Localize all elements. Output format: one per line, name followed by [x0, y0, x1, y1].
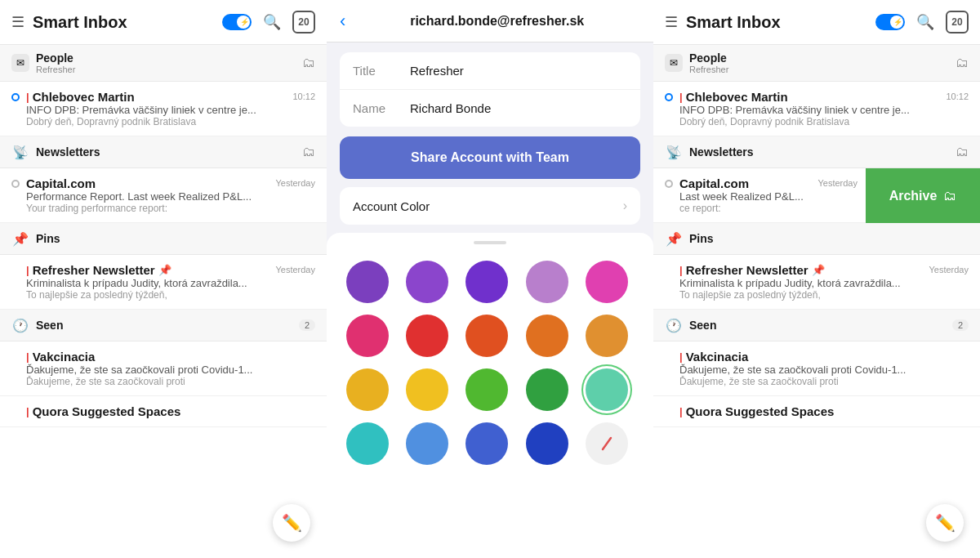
left-inbox-panel: ☰ Smart Inbox ⚡ 🔍 20 ✉ People Refresher … — [0, 0, 327, 558]
chevron-right-icon: › — [623, 199, 627, 213]
unread-indicator-cap-right — [665, 180, 673, 188]
mail-content-right: | Chlebovec Martin INFO DPB: Premávka vä… — [679, 90, 939, 127]
left-people-section[interactable]: ✉ People Refresher 🗂 — [0, 45, 327, 82]
mail-item-vakcinacia-right[interactable]: | Vakcinacia Ďakujeme, že ste sa zaočkov… — [653, 341, 980, 396]
right-newsletters-archive-icon[interactable]: 🗂 — [956, 145, 969, 159]
archive-action-icon: 🗂 — [943, 189, 956, 203]
search-icon-right[interactable]: 🔍 — [916, 13, 934, 31]
mail-sender: | Vakcinacia — [26, 350, 315, 364]
mail-sender-ref-right: | Refresher Newsletter 📌 — [679, 263, 922, 277]
right-pins-section[interactable]: 📌 Pins — [653, 223, 980, 255]
mail-preview-ref-right: To najlepšie za posledný týždeň, — [679, 289, 922, 301]
calendar-badge-right[interactable]: 20 — [946, 11, 969, 33]
search-icon[interactable]: 🔍 — [263, 13, 281, 31]
right-newsletters-section[interactable]: 📡 Newsletters 🗂 — [653, 136, 980, 168]
mail-subject-right: INFO DPB: Premávka väčšiny liniek v cent… — [679, 104, 939, 116]
mail-content: | Vakcinacia Ďakujeme, že ste sa zaočkov… — [26, 350, 315, 387]
color-dot-4[interactable] — [586, 261, 628, 303]
unread-indicator-right — [665, 93, 673, 101]
mail-subject: Ďakujeme, že ste sa zaočkovali proti Cov… — [26, 364, 315, 376]
color-dot-7[interactable] — [466, 315, 508, 357]
color-dot-0[interactable] — [346, 261, 389, 303]
calendar-badge[interactable]: 20 — [292, 11, 315, 33]
mail-subject-ref-right: Kriminalista k prípadu Judity, ktorá zav… — [679, 277, 922, 289]
mail-time: Yesterday — [275, 178, 315, 188]
color-dot-17[interactable] — [466, 422, 508, 465]
color-dot-3[interactable] — [526, 261, 568, 303]
mail-item-vakcinacia-left[interactable]: | Vakcinacia Ďakujeme, že ste sa zaočkov… — [0, 341, 327, 396]
right-people-section[interactable]: ✉ People Refresher 🗂 — [653, 45, 980, 82]
color-dot-9[interactable] — [586, 315, 628, 357]
mail-sender-vak-right: | Vakcinacia — [679, 350, 969, 364]
color-dot-5[interactable] — [346, 315, 389, 357]
color-dot-2[interactable] — [466, 261, 508, 303]
smart-toggle[interactable]: ⚡ — [222, 14, 252, 30]
people-archive-icon[interactable]: 🗂 — [302, 56, 315, 70]
color-dot-16[interactable] — [406, 422, 448, 465]
color-dot-11[interactable] — [406, 368, 448, 411]
mail-sender: Capital.com — [26, 176, 269, 190]
mail-item-quora-right[interactable]: | Quora Suggested Spaces — [653, 396, 980, 427]
color-dot-6[interactable] — [406, 315, 448, 357]
right-smart-toggle[interactable]: ⚡ — [875, 14, 905, 30]
right-pin-section-icon: 📌 — [665, 230, 683, 248]
color-dot-1[interactable] — [406, 261, 448, 303]
unread-indicator — [11, 180, 20, 188]
urgent-indicator-ref-right: | — [679, 264, 683, 276]
right-people-label: People — [689, 51, 956, 65]
right-seen-badge: 2 — [952, 319, 969, 331]
newsletters-archive-icon[interactable]: 🗂 — [302, 145, 315, 159]
right-toggle-wrapper[interactable]: ⚡ — [875, 14, 905, 30]
compose-icon-right: ✏️ — [935, 513, 956, 533]
color-dot-19[interactable] — [586, 422, 628, 465]
color-dot-10[interactable] — [346, 368, 389, 411]
newsletters-label: Newsletters — [36, 145, 302, 158]
right-seen-section[interactable]: 🕐 Seen 2 — [653, 310, 980, 341]
name-label: Name — [353, 101, 410, 115]
archive-action[interactable]: Archive 🗂 — [866, 168, 980, 223]
mail-item-chlebovec-right[interactable]: | Chlebovec Martin INFO DPB: Premávka vä… — [653, 82, 980, 136]
seen-badge: 2 — [299, 319, 315, 331]
left-seen-section[interactable]: 🕐 Seen 2 — [0, 310, 327, 341]
color-dot-14[interactable] — [586, 368, 628, 411]
modal-header: ‹ richard.bonde@refresher.sk — [327, 0, 653, 42]
color-dot-12[interactable] — [466, 368, 508, 411]
left-pins-section[interactable]: 📌 Pins — [0, 223, 327, 255]
mail-item-refresher-right[interactable]: | Refresher Newsletter 📌 Kriminalista k … — [653, 255, 980, 310]
people-icon: ✉ — [11, 54, 29, 72]
mail-time-right: 10:12 — [946, 92, 969, 101]
archive-action-text: Archive — [889, 189, 938, 203]
mail-preview-cap-right: ce report: — [679, 203, 811, 214]
mail-content: | Quora Suggested Spaces — [26, 404, 315, 418]
right-people-archive-icon[interactable]: 🗂 — [956, 56, 969, 70]
mail-content: Capital.com Performance Report. Last wee… — [26, 176, 269, 214]
account-color-row[interactable]: Account Color › — [340, 187, 640, 225]
mail-item-chlebovec-left[interactable]: | Chlebovec Martin INFO DPB: Premávka vä… — [0, 82, 327, 136]
toggle-wrapper[interactable]: ⚡ — [222, 14, 252, 30]
left-newsletters-section[interactable]: 📡 Newsletters 🗂 — [0, 136, 327, 168]
menu-icon-right[interactable]: ☰ — [665, 13, 678, 31]
pin-icon-right: 📌 — [812, 264, 825, 276]
compose-fab-right[interactable]: ✏️ — [926, 504, 964, 542]
back-button[interactable]: ‹ — [340, 11, 345, 32]
menu-icon[interactable]: ☰ — [11, 13, 24, 31]
mail-item-quora-left[interactable]: | Quora Suggested Spaces — [0, 396, 327, 427]
title-row: Title Refresher — [340, 52, 640, 90]
color-dot-8[interactable] — [526, 315, 568, 357]
color-dot-15[interactable] — [346, 422, 389, 465]
share-account-button[interactable]: Share Account with Team — [340, 136, 640, 179]
mail-item-refresher-left[interactable]: | Refresher Newsletter 📌 Kriminalista k … — [0, 255, 327, 310]
mail-subject: INFO DPB: Premávka väčšiny liniek v cent… — [26, 104, 286, 116]
right-seen-icon: 🕐 — [665, 316, 683, 334]
right-header-icons: ⚡ 🔍 20 — [875, 11, 969, 33]
compose-fab-left[interactable]: ✏️ — [273, 504, 310, 542]
mail-item-capital-left[interactable]: Capital.com Performance Report. Last wee… — [0, 168, 327, 223]
account-color-card[interactable]: Account Color › — [340, 187, 640, 225]
mail-content-vak-right: | Vakcinacia Ďakujeme, že ste sa zaočkov… — [679, 350, 969, 387]
color-dot-18[interactable] — [526, 422, 568, 465]
mail-content-quora-right: | Quora Suggested Spaces — [679, 404, 969, 418]
mail-time-ref-right: Yesterday — [929, 265, 969, 275]
color-dot-13[interactable] — [526, 368, 568, 411]
mail-item-capital-right[interactable]: Capital.com Last week Realized P&L... ce… — [653, 168, 980, 223]
mail-content-ref-right: | Refresher Newsletter 📌 Kriminalista k … — [679, 263, 922, 301]
